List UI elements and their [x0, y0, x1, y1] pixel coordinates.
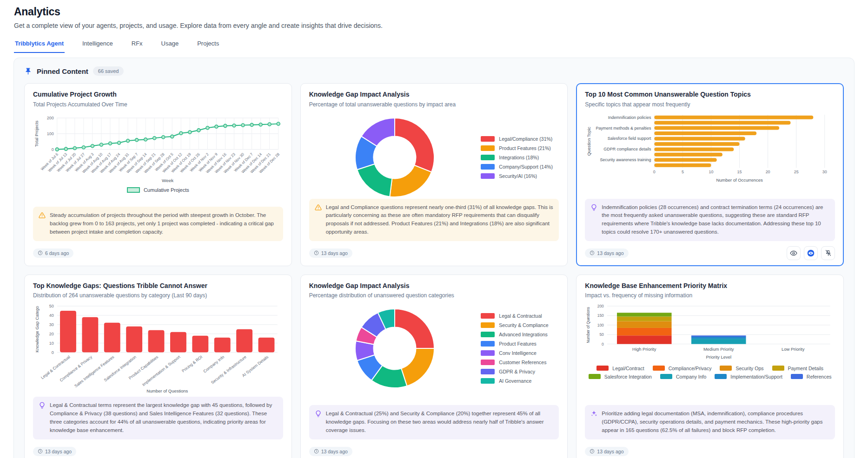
pinned-card[interactable]: Knowledge Base Enhancement Priority Matr…	[576, 275, 844, 458]
bar	[82, 317, 98, 353]
svg-text:Company Info: Company Info	[202, 354, 225, 373]
legend-swatch	[481, 313, 495, 319]
legend-swatch	[481, 136, 495, 142]
data-point	[277, 122, 280, 125]
data-point	[268, 123, 271, 126]
lightbulb-icon	[315, 410, 322, 420]
card-chart: 0100200Total ProjectsWeek of Jul 6Week o…	[33, 112, 283, 193]
card-footer: 13 days ago	[33, 445, 283, 458]
card-title: Top 10 Most Common Unanswerable Question…	[585, 91, 835, 99]
legend-item: Security & Compliance	[481, 322, 558, 328]
pinned-content-title: Pinned Content	[37, 67, 88, 75]
saved-count-badge: 66 saved	[93, 66, 124, 76]
bar	[655, 121, 791, 124]
card-subtitle: Total Projects Accumulated Over Time	[33, 101, 283, 108]
tab-intelligence[interactable]: Intelligence	[81, 36, 114, 53]
tab-rfx[interactable]: RFx	[131, 36, 144, 53]
legend-swatch	[715, 374, 727, 379]
bar	[258, 338, 275, 353]
data-point	[188, 130, 192, 133]
legend-swatch	[481, 378, 495, 384]
bar	[192, 336, 208, 353]
legend-item: Legal/Contract	[596, 366, 644, 371]
svg-text:30: 30	[822, 170, 827, 174]
ai-view-button[interactable]	[804, 246, 818, 260]
insight-box: Legal and Compliance questions represent…	[309, 199, 559, 241]
data-point	[144, 137, 147, 141]
legend-item: AI Governance	[481, 378, 558, 384]
svg-text:Number of Questions: Number of Questions	[586, 307, 590, 343]
page-subtitle: Get a complete view of your agents, proj…	[14, 22, 854, 29]
pinned-card[interactable]: Top 10 Most Common Unanswerable Question…	[576, 83, 844, 266]
legend-swatch	[481, 322, 495, 328]
legend-swatch	[589, 374, 601, 379]
legend-swatch	[481, 341, 495, 347]
tab-projects[interactable]: Projects	[196, 36, 220, 53]
data-point	[215, 125, 218, 128]
data-point	[99, 143, 103, 146]
svg-text:Number of Questions: Number of Questions	[146, 388, 188, 393]
page-title: Analytics	[14, 6, 854, 18]
unpin-button[interactable]	[821, 246, 835, 260]
timestamp-badge: 6 days ago	[33, 249, 73, 258]
card-subtitle: Distribution of 264 unanswerable questio…	[33, 292, 283, 299]
sparkles-icon	[590, 410, 597, 420]
legend-label: Company Info	[676, 374, 706, 379]
donut-slice	[402, 348, 435, 386]
legend-label: Company/Support (14%)	[499, 164, 553, 170]
bar	[655, 137, 745, 140]
insight-box: Legal & Contractual (25%) and Security &…	[309, 405, 559, 439]
tab-tribblytics-agent[interactable]: Tribblytics Agent	[14, 36, 65, 53]
legend-item: Integrations (18%)	[481, 155, 558, 160]
data-point	[197, 128, 200, 131]
svg-text:50: 50	[600, 332, 604, 337]
view-button[interactable]	[787, 246, 801, 260]
svg-text:150: 150	[597, 314, 604, 318]
card-chart: 01020304050Legal & ContractualCompliance…	[33, 303, 283, 397]
legend-label: Salesforce Integration	[604, 374, 652, 379]
legend-label: Conv Intelligence	[499, 350, 537, 356]
timestamp-text: 13 days ago	[321, 449, 348, 454]
clock-icon	[314, 250, 319, 255]
tab-usage[interactable]: Usage	[160, 36, 180, 53]
card-footer: 13 days ago	[585, 445, 835, 458]
data-point	[232, 124, 236, 127]
svg-text:0: 0	[653, 170, 656, 174]
warning-triangle-icon	[315, 204, 322, 214]
insight-box: Steady accumulation of projects througho…	[33, 207, 283, 241]
pinned-cards-grid: Cumulative Project GrowthTotal Projects …	[24, 83, 844, 458]
pinned-card[interactable]: Knowledge Gap Impact AnalysisPercentage …	[300, 275, 568, 458]
stack-segment	[617, 317, 671, 321]
card-subtitle: Percentage of total unanswerable questio…	[309, 101, 559, 108]
eye-icon	[790, 249, 797, 257]
insight-box: Prioritize adding legal documentation (M…	[585, 405, 835, 439]
legend-label: Cumulative Projects	[144, 187, 189, 193]
card-footer: 6 days ago	[33, 246, 283, 260]
chart-legend: Cumulative Projects	[33, 187, 283, 193]
legend-item: Company/Support (14%)	[481, 164, 558, 170]
svg-text:Knowledge Gap Catego: Knowledge Gap Catego	[34, 306, 40, 353]
bar	[655, 147, 734, 151]
data-point	[206, 126, 209, 129]
svg-text:Week: Week	[162, 178, 173, 183]
data-point	[153, 136, 156, 139]
insight-box: Legal & Contractual terms represent the …	[33, 397, 283, 439]
pinned-card[interactable]: Cumulative Project GrowthTotal Projects …	[24, 83, 292, 266]
pinned-card[interactable]: Top Knowledge Gaps: Questions Tribble Ca…	[24, 275, 292, 458]
stack-segment	[691, 335, 746, 337]
svg-text:10: 10	[709, 170, 714, 174]
svg-text:50: 50	[49, 304, 54, 308]
warning-triangle-icon	[39, 212, 46, 222]
legend-swatch	[481, 350, 495, 356]
svg-text:Security awareness training: Security awareness training	[600, 157, 651, 162]
pinned-card[interactable]: Knowledge Gap Impact AnalysisPercentage …	[300, 83, 568, 266]
legend-item: GDPR & Privacy	[481, 369, 558, 374]
legend-item: Salesforce Integration	[589, 374, 652, 379]
card-title: Knowledge Gap Impact Analysis	[309, 91, 559, 99]
legend-swatch	[660, 374, 672, 379]
card-chart: 051015202530Indemnification policiesPaym…	[585, 112, 835, 188]
data-point	[171, 135, 174, 138]
svg-text:5: 5	[682, 170, 684, 174]
bar	[104, 323, 120, 353]
svg-text:15: 15	[737, 170, 742, 174]
